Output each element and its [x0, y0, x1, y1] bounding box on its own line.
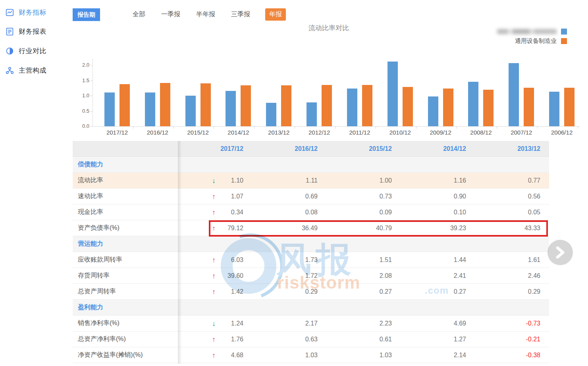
tab-3[interactable]: 半年报 — [195, 8, 216, 21]
table-row[interactable]: 存货周转率↑39.601.722.082.412.46 — [73, 268, 549, 284]
y-tick-label: 1.0 — [75, 92, 89, 98]
value-cell: 0.27 — [401, 284, 475, 299]
cell-value: 1.11 — [306, 177, 318, 184]
trend-up-icon: ↑ — [212, 335, 216, 343]
value-cell: 2.17 — [252, 316, 326, 331]
cell-value: 40.79 — [376, 225, 392, 232]
sidebar-item-1[interactable]: 财务指标 — [6, 8, 46, 17]
trend-up-icon: ↑ — [212, 351, 216, 359]
row-label: 速动比率 — [73, 189, 178, 204]
table-row[interactable]: 流动比率↓1.101.111.001.160.77 — [73, 173, 549, 189]
table-section-row: 盈利能力 — [73, 300, 549, 316]
value-cell: ↑1.07 — [178, 189, 252, 204]
chevron-right-icon — [555, 247, 565, 258]
cell-value: 1.03 — [380, 352, 392, 359]
cell-value: -0.73 — [526, 320, 540, 327]
tab-2[interactable]: 一季报 — [160, 8, 181, 21]
y-tick-mark — [91, 65, 93, 65]
value-cell: 2.23 — [326, 316, 401, 331]
cell-value: 0.77 — [528, 177, 540, 184]
cell-value: -0.38 — [526, 352, 540, 359]
x-tick-mark — [578, 127, 578, 129]
value-cell: -0.38 — [475, 347, 549, 363]
table-row[interactable]: 应收账款周转率↑6.031.731.511.441.61 — [73, 252, 549, 268]
section-title: 营运能力 — [73, 236, 549, 252]
cell-value: 39.60 — [227, 272, 243, 279]
table-row[interactable]: 现金比率↑0.340.080.090.100.05 — [73, 204, 549, 220]
legend-item-industry[interactable]: 通用设备制造业 — [497, 38, 567, 44]
sidebar-item-4[interactable]: 主营构成 — [6, 66, 46, 75]
cell-value: 1.76 — [231, 336, 243, 343]
x-axis-label: 2014/12 — [218, 129, 259, 136]
cell-value: 39.23 — [450, 225, 466, 232]
value-cell: 36.49 — [252, 220, 326, 236]
x-axis-label: 2017/12 — [96, 129, 138, 136]
bar-company — [266, 103, 276, 126]
period-tabs: 全部一季报半年报三季报年报 — [132, 8, 286, 21]
cell-value: 0.09 — [380, 209, 392, 216]
bar-company — [549, 92, 559, 126]
value-cell: 0.77 — [475, 173, 549, 188]
column-header: 2016/12 — [252, 141, 326, 156]
cell-value: 0.73 — [380, 193, 392, 200]
cell-value: 1.00 — [380, 177, 392, 184]
value-cell: 0.90 — [401, 189, 475, 204]
tab-5[interactable]: 年报 — [265, 8, 286, 21]
sidebar-item-3[interactable]: 行业对比 — [6, 46, 46, 56]
table-row[interactable]: 速动比率↑1.070.690.730.900.56 — [73, 189, 549, 204]
page-root: 财务指标财务报表行业对比主营构成 报告期 全部一季报半年报三季报年报 流动比率对… — [0, 0, 588, 366]
x-tick-mark — [335, 127, 335, 129]
chart-title: 流动比率对比 — [93, 23, 565, 33]
cell-value: 1.51 — [380, 256, 392, 264]
cell-value: 2.23 — [380, 320, 392, 327]
cell-value: 0.08 — [305, 209, 318, 216]
legend-item-company[interactable] — [497, 28, 567, 35]
y-tick-label: 2.0 — [75, 62, 89, 68]
table-section-row: 偿债能力 — [73, 157, 549, 173]
value-cell: 0.08 — [252, 204, 326, 220]
value-cell: -0.21 — [475, 331, 549, 347]
x-axis-label: 2007/12 — [501, 129, 542, 136]
bar-industry — [241, 85, 251, 126]
cell-value: 2.14 — [454, 352, 466, 359]
tab-1[interactable]: 全部 — [132, 8, 146, 21]
table-row[interactable]: 销售净利率(%)↓1.242.172.234.69-0.73 — [73, 316, 549, 331]
row-label: 应收账款周转率 — [73, 252, 178, 268]
legend-industry-label: 通用设备制造业 — [515, 37, 557, 45]
value-cell: 1.73 — [252, 252, 326, 268]
cell-value: 1.61 — [528, 256, 540, 264]
cell-value: 0.90 — [454, 193, 466, 200]
bar-industry — [443, 89, 453, 126]
cell-value: 2.17 — [305, 320, 318, 327]
x-tick-mark — [174, 127, 174, 129]
value-cell: 1.03 — [252, 347, 326, 363]
table-row[interactable]: 总资产周转率↑1.420.290.270.270.29 — [73, 284, 549, 300]
cell-value: 1.73 — [305, 256, 318, 264]
y-tick-label: 0.5 — [75, 108, 89, 114]
y-tick-mark — [91, 111, 93, 112]
value-cell: 1.16 — [401, 173, 475, 188]
cell-value: 6.03 — [231, 256, 243, 264]
tab-4[interactable]: 三季报 — [230, 8, 251, 21]
value-cell: 1.61 — [475, 252, 549, 268]
bar-industry — [362, 85, 372, 126]
line-chart-icon — [6, 8, 14, 17]
x-tick-mark — [295, 127, 295, 129]
column-header: 2013/12 — [475, 141, 549, 156]
value-cell: 1.11 — [252, 173, 326, 188]
x-axis-label: 2006/12 — [541, 129, 582, 136]
table-row[interactable]: 净资产收益率(摊销)(%)↑4.681.031.032.14-0.38 — [73, 347, 549, 363]
bar-industry — [322, 85, 332, 126]
y-tick-mark — [91, 126, 93, 127]
table-row[interactable]: 资产负债率(%)↑79.1236.4940.7939.2343.33 — [73, 220, 549, 236]
report-icon — [6, 27, 14, 36]
table-row[interactable]: 总资产净利率(%)↑1.760.630.611.27-0.21 — [73, 331, 549, 347]
bar-industry — [403, 87, 413, 126]
cell-value: 1.27 — [454, 336, 466, 343]
cell-value: 1.16 — [454, 177, 466, 184]
sidebar-item-2[interactable]: 财务报表 — [6, 27, 46, 36]
value-cell: -0.73 — [475, 316, 549, 331]
value-cell: 2.08 — [326, 268, 401, 283]
bar-industry — [524, 88, 534, 126]
next-columns-button[interactable] — [548, 240, 573, 265]
